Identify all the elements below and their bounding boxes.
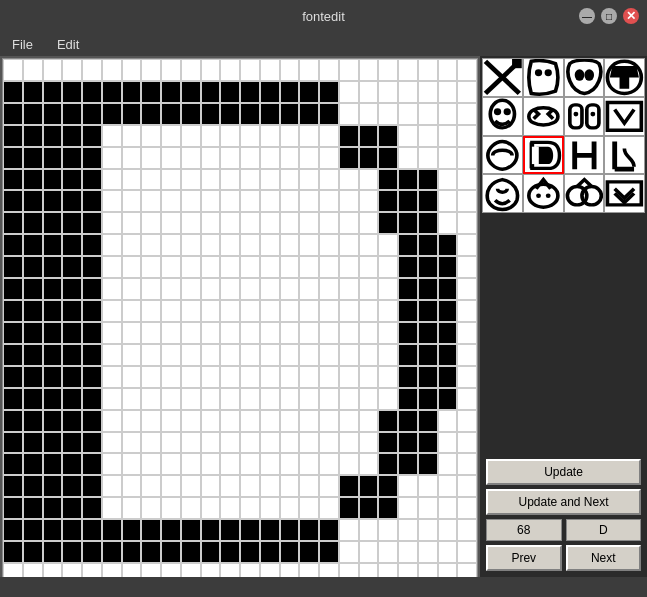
pixel-cell[interactable] [62,278,82,300]
pixel-cell[interactable] [359,125,379,147]
pixel-cell[interactable] [62,453,82,475]
pixel-cell[interactable] [82,497,102,519]
pixel-cell[interactable] [339,410,359,432]
pixel-cell[interactable] [359,256,379,278]
pixel-cell[interactable] [398,190,418,212]
pixel-cell[interactable] [82,541,102,563]
update-button[interactable]: Update [486,459,641,485]
pixel-cell[interactable] [220,541,240,563]
pixel-cell[interactable] [122,432,142,454]
update-next-button[interactable]: Update and Next [486,489,641,515]
pixel-cell[interactable] [398,81,418,103]
pixel-cell[interactable] [102,541,122,563]
pixel-cell[interactable] [82,366,102,388]
pixel-cell[interactable] [181,212,201,234]
minimize-button[interactable]: — [579,8,595,24]
pixel-cell[interactable] [378,256,398,278]
pixel-cell[interactable] [359,475,379,497]
pixel-cell[interactable] [102,147,122,169]
pixel-cell[interactable] [220,322,240,344]
pixel-cell[interactable] [201,256,221,278]
pixel-cell[interactable] [102,81,122,103]
pixel-cell[interactable] [220,169,240,191]
pixel-cell[interactable] [43,497,63,519]
pixel-cell[interactable] [359,300,379,322]
pixel-cell[interactable] [43,234,63,256]
pixel-cell[interactable] [398,388,418,410]
pixel-cell[interactable] [260,169,280,191]
pixel-cell[interactable] [201,322,221,344]
pixel-cell[interactable] [201,147,221,169]
pixel-cell[interactable] [240,497,260,519]
pixel-cell[interactable] [141,344,161,366]
pixel-cell[interactable] [457,541,477,563]
pixel-cell[interactable] [23,103,43,125]
pixel-cell[interactable] [23,475,43,497]
menu-file[interactable]: File [8,35,37,54]
pixel-cell[interactable] [23,410,43,432]
pixel-cell[interactable] [359,103,379,125]
pixel-cell[interactable] [102,453,122,475]
pixel-cell[interactable] [319,256,339,278]
pixel-cell[interactable] [359,519,379,541]
pixel-cell[interactable] [339,234,359,256]
pixel-cell[interactable] [378,410,398,432]
pixel-cell[interactable] [181,344,201,366]
pixel-cell[interactable] [181,234,201,256]
pixel-cell[interactable] [457,81,477,103]
pixel-cell[interactable] [141,103,161,125]
pixel-cell[interactable] [438,563,458,577]
pixel-cell[interactable] [378,344,398,366]
pixel-cell[interactable] [23,81,43,103]
pixel-cell[interactable] [260,366,280,388]
pixel-cell[interactable] [418,497,438,519]
pixel-cell[interactable] [418,103,438,125]
pixel-cell[interactable] [161,300,181,322]
pixel-cell[interactable] [3,497,23,519]
pixel-cell[interactable] [438,125,458,147]
pixel-cell[interactable] [62,300,82,322]
pixel-cell[interactable] [161,59,181,81]
pixel-cell[interactable] [378,59,398,81]
pixel-cell[interactable] [260,234,280,256]
pixel-cell[interactable] [102,388,122,410]
pixel-cell[interactable] [23,147,43,169]
pixel-cell[interactable] [161,234,181,256]
pixel-cell[interactable] [319,59,339,81]
pixel-cell[interactable] [339,388,359,410]
pixel-cell[interactable] [122,147,142,169]
pixel-cell[interactable] [319,278,339,300]
pixel-cell[interactable] [299,541,319,563]
pixel-cell[interactable] [141,388,161,410]
pixel-cell[interactable] [339,475,359,497]
pixel-cell[interactable] [43,103,63,125]
pixel-cell[interactable] [102,125,122,147]
pixel-cell[interactable] [280,497,300,519]
pixel-cell[interactable] [378,541,398,563]
pixel-cell[interactable] [457,322,477,344]
pixel-cell[interactable] [438,300,458,322]
pixel-cell[interactable] [339,147,359,169]
pixel-cell[interactable] [438,147,458,169]
pixel-cell[interactable] [280,278,300,300]
pixel-cell[interactable] [418,453,438,475]
pixel-cell[interactable] [378,475,398,497]
pixel-cell[interactable] [201,190,221,212]
pixel-cell[interactable] [260,344,280,366]
pixel-cell[interactable] [23,125,43,147]
pixel-cell[interactable] [418,212,438,234]
pixel-cell[interactable] [457,125,477,147]
pixel-cell[interactable] [3,541,23,563]
pixel-cell[interactable] [220,300,240,322]
pixel-cell[interactable] [102,169,122,191]
pixel-cell[interactable] [457,563,477,577]
pixel-cell[interactable] [141,475,161,497]
pixel-cell[interactable] [82,147,102,169]
pixel-cell[interactable] [122,410,142,432]
pixel-cell[interactable] [102,344,122,366]
pixel-cell[interactable] [398,234,418,256]
pixel-cell[interactable] [122,169,142,191]
pixel-cell[interactable] [240,190,260,212]
pixel-cell[interactable] [280,410,300,432]
pixel-cell[interactable] [319,212,339,234]
